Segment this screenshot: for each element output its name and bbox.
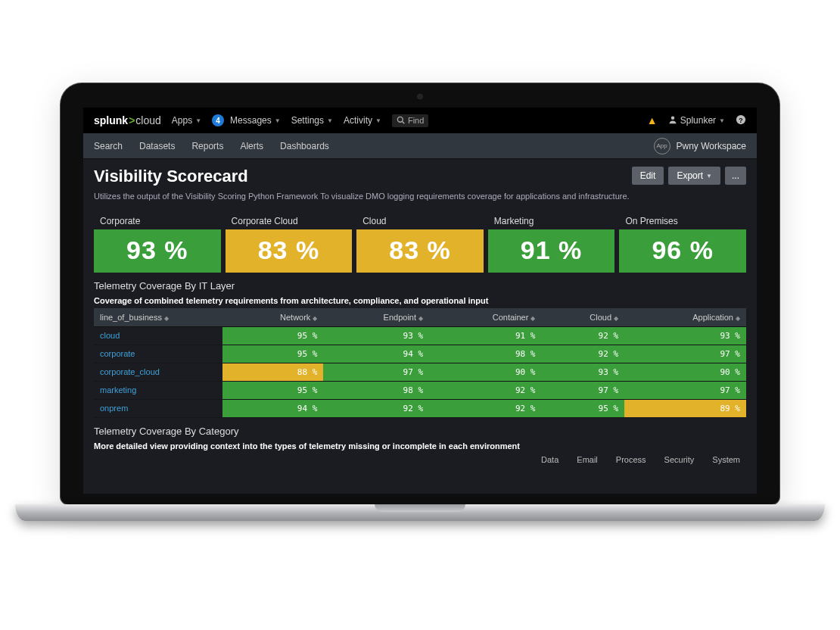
category-column-label: Data [535,455,565,464]
nav-activity[interactable]: Activity ▼ [344,115,381,126]
coverage-cell: 97 % [624,381,746,399]
global-search[interactable]: Find [392,114,428,127]
coverage-cell: 98 % [429,345,541,363]
sort-icon: ◆ [313,315,317,322]
table-row: corporate_cloud88 %97 %90 %93 %90 % [94,363,746,381]
brand-name: splunk [94,114,128,126]
app-icon: App [654,138,670,154]
page-title: Visibility Scorecard [94,167,632,186]
subnav-dashboards[interactable]: Dashboards [280,141,329,151]
coverage-cell: 89 % [624,399,746,417]
column-header[interactable]: Application◆ [624,308,746,327]
subnav-datasets[interactable]: Datasets [139,141,175,151]
sort-icon: ◆ [418,315,423,322]
nav-settings[interactable]: Settings ▼ [291,115,333,126]
export-label: Export [677,170,703,181]
coverage-cell: 93 % [323,326,429,345]
edit-button[interactable]: Edit [632,167,664,185]
column-header[interactable]: Endpoint◆ [323,308,429,327]
column-header[interactable]: Container◆ [429,308,541,327]
subnav-search[interactable]: Search [94,141,123,151]
svg-point-2 [670,116,674,120]
app-screen: splunk > cloud Apps ▼ 4 Messages ▼ Setti… [83,108,757,494]
score-card-label: Corporate Cloud [226,211,353,229]
nav-apps[interactable]: Apps ▼ [172,115,201,126]
laptop-notch [375,504,465,512]
camera-dot [418,94,423,99]
subnav-reports[interactable]: Reports [191,141,223,151]
score-card-label: Corporate [94,211,221,229]
sort-icon: ◆ [614,315,618,322]
column-header[interactable]: Network◆ [222,308,323,327]
section-category-title: Telemetry Coverage By Category [94,426,746,437]
coverage-cell: 92 % [541,326,624,345]
score-card-label: Cloud [356,211,484,229]
score-card[interactable]: On Premises96 % [619,211,746,273]
user-menu[interactable]: Splunker ▼ [668,115,725,126]
coverage-cell: 95 % [222,381,323,399]
laptop-frame: splunk > cloud Apps ▼ 4 Messages ▼ Setti… [61,83,779,521]
page-actions: Edit Export ▼ ... [632,167,746,185]
lob-link[interactable]: corporate_cloud [94,363,222,381]
score-card[interactable]: Cloud83 % [356,211,484,273]
svg-line-1 [402,121,404,123]
coverage-cell: 94 % [222,399,323,417]
app-switcher[interactable]: App Pwny Workspace [654,138,746,154]
coverage-cell: 91 % [429,326,541,345]
lob-link[interactable]: corporate [94,345,222,363]
sort-icon: ◆ [736,315,740,322]
coverage-cell: 98 % [323,381,429,399]
category-column-label: Security [658,455,701,464]
nav-messages[interactable]: 4 Messages ▼ [212,114,281,126]
score-card-value: 96 % [619,229,746,273]
search-icon [397,116,405,126]
coverage-cell: 92 % [429,381,541,399]
score-card-label: On Premises [619,211,746,229]
lob-link[interactable]: cloud [94,326,222,345]
svg-text:?: ? [739,116,742,123]
sort-icon: ◆ [530,315,535,322]
score-card[interactable]: Corporate93 % [94,211,221,273]
sort-icon: ◆ [164,315,169,322]
coverage-cell: 97 % [323,363,429,381]
nav-activity-label: Activity [344,115,372,126]
help-icon[interactable]: ? [736,114,746,127]
coverage-cell: 92 % [541,345,624,363]
section-category-desc: More detailed view providing context int… [94,441,746,451]
sub-nav: Search Datasets Reports Alerts Dashboard… [83,133,757,159]
table-row: onprem94 %92 %92 %95 %89 % [94,399,746,417]
subnav-alerts[interactable]: Alerts [240,141,263,151]
table-row: corporate95 %94 %98 %92 %97 % [94,345,746,363]
caret-down-icon: ▼ [706,173,712,179]
coverage-cell: 94 % [323,345,429,363]
score-card[interactable]: Corporate Cloud83 % [226,211,353,273]
column-header[interactable]: Cloud◆ [541,308,624,327]
messages-badge: 4 [212,114,224,126]
search-placeholder: Find [408,116,424,125]
user-name: Splunker [680,115,716,126]
brand-logo[interactable]: splunk > cloud [94,114,161,126]
page-description: Utilizes the output of the Visibility Sc… [94,191,632,202]
lob-link[interactable]: onprem [94,399,222,417]
screen-bezel: splunk > cloud Apps ▼ 4 Messages ▼ Setti… [61,83,779,504]
caret-down-icon: ▼ [375,117,381,124]
export-button[interactable]: Export ▼ [668,167,720,185]
caret-down-icon: ▼ [719,117,725,124]
coverage-cell: 95 % [222,345,323,363]
coverage-table: line_of_business◆Network◆Endpoint◆Contai… [94,308,746,418]
category-column-label: Process [610,455,652,464]
score-card-value: 83 % [356,229,484,273]
top-nav: splunk > cloud Apps ▼ 4 Messages ▼ Setti… [83,108,757,133]
coverage-cell: 95 % [222,326,323,345]
caret-down-icon: ▼ [195,117,201,124]
nav-apps-label: Apps [172,115,192,126]
score-card[interactable]: Marketing91 % [488,211,615,273]
more-button[interactable]: ... [725,167,746,185]
page-body: Visibility Scorecard Utilizes the output… [83,159,757,472]
column-header[interactable]: line_of_business◆ [94,308,222,327]
lob-link[interactable]: marketing [94,381,222,399]
brand-suffix: cloud [135,114,160,126]
warning-icon[interactable]: ▲ [647,114,658,126]
score-card-value: 91 % [488,229,615,273]
nav-messages-label: Messages [230,115,272,126]
